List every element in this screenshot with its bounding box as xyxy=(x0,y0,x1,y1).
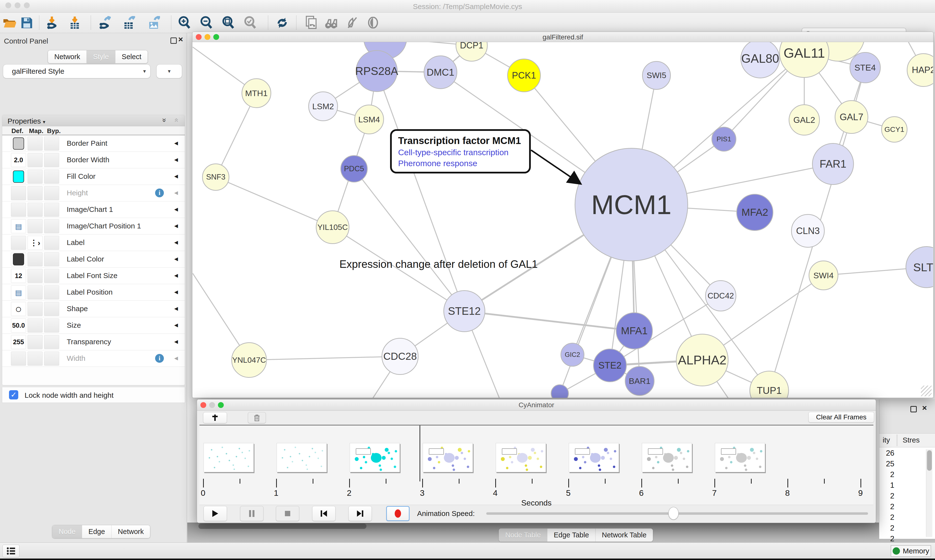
collapse-row-icon[interactable]: ◀ xyxy=(174,157,178,163)
task-history-button[interactable] xyxy=(2,545,20,557)
record-button[interactable] xyxy=(386,506,410,521)
byp-cell[interactable] xyxy=(44,236,59,250)
table-cell[interactable]: 26 xyxy=(879,449,894,458)
network-node-lsm4[interactable]: LSM4 xyxy=(354,105,384,134)
network-node-mth1[interactable]: MTH1 xyxy=(242,78,271,108)
network-window-titlebar[interactable]: galFiltered.sif xyxy=(192,32,933,42)
map-cell[interactable] xyxy=(28,137,43,151)
expand-all-icon[interactable]: » xyxy=(161,118,169,122)
network-node-cln3[interactable]: CLN3 xyxy=(791,214,825,248)
network-node-ste12[interactable]: STE12 xyxy=(443,290,485,332)
def-cell[interactable] xyxy=(11,186,26,200)
byp-cell[interactable] xyxy=(44,302,59,316)
def-cell[interactable] xyxy=(11,236,26,250)
collapse-row-icon[interactable]: ◀ xyxy=(174,256,178,262)
tab-edge[interactable]: Edge xyxy=(82,525,111,538)
pause-button[interactable] xyxy=(240,506,264,521)
tab-network-table[interactable]: Network Table xyxy=(596,529,653,542)
stop-button[interactable] xyxy=(276,506,299,521)
annotation-link-1[interactable]: Cell-type-specific transcription xyxy=(398,148,523,157)
table-cell[interactable]: 1 xyxy=(879,481,894,490)
collapse-row-icon[interactable]: ◀ xyxy=(174,206,178,212)
property-row-label-color[interactable]: Label Color◀ xyxy=(2,251,185,268)
map-cell[interactable]: ⋮› xyxy=(28,236,43,250)
frame-thumbnail-1[interactable] xyxy=(204,443,254,472)
def-cell[interactable]: ▤ xyxy=(11,219,26,233)
export-image-icon[interactable] xyxy=(146,15,161,30)
clear-all-frames-button[interactable]: Clear All Frames xyxy=(808,412,874,423)
playhead[interactable] xyxy=(420,426,420,482)
find-icon[interactable] xyxy=(324,15,339,30)
network-node-yil105c[interactable]: YIL105C xyxy=(316,211,349,244)
add-frame-button[interactable] xyxy=(203,412,227,423)
zoom-in-icon[interactable] xyxy=(177,15,192,30)
network-node-mfa1[interactable]: MFA1 xyxy=(616,312,653,349)
def-cell[interactable]: 255 xyxy=(11,335,26,349)
network-node-gal11[interactable]: GAL11 xyxy=(779,42,829,78)
save-icon[interactable] xyxy=(19,15,34,30)
frame-thumbnail-8[interactable] xyxy=(715,443,765,472)
network-node-ynl047c[interactable]: YNL047C xyxy=(231,342,267,378)
collapse-row-icon[interactable]: ◀ xyxy=(174,289,178,295)
def-cell[interactable] xyxy=(11,203,26,217)
network-node-cdc28[interactable]: CDC28 xyxy=(381,338,418,375)
tab-edge-table[interactable]: Edge Table xyxy=(547,529,596,542)
byp-cell[interactable] xyxy=(44,153,59,167)
collapse-row-icon[interactable]: ◀ xyxy=(174,239,178,245)
network-node-pdc5[interactable]: PDC5 xyxy=(340,155,368,182)
lock-size-checkbox[interactable]: ✓ xyxy=(9,390,18,400)
resize-grip-icon[interactable] xyxy=(921,386,932,396)
table-cell[interactable]: 2 xyxy=(879,513,894,522)
import-network-icon[interactable] xyxy=(44,15,59,30)
table-cell[interactable]: 2 xyxy=(879,470,894,479)
def-cell[interactable] xyxy=(11,252,26,266)
annotation-box[interactable]: Transcription factor MCM1 Cell-type-spec… xyxy=(390,129,531,174)
hide-details-icon[interactable] xyxy=(345,15,360,30)
network-node-swi4[interactable]: SWI4 xyxy=(808,260,838,290)
open-folder-icon[interactable] xyxy=(2,15,17,30)
network-node-mfa2[interactable]: MFA2 xyxy=(736,194,773,231)
zoom-fit-icon[interactable] xyxy=(221,15,236,30)
collapse-row-icon[interactable]: ◀ xyxy=(174,338,178,345)
map-cell[interactable] xyxy=(28,186,43,200)
property-row-fill-color[interactable]: Fill Color◀ xyxy=(2,168,185,185)
horizontal-scrollbar[interactable] xyxy=(199,523,366,529)
info-icon[interactable]: i xyxy=(155,189,164,197)
def-cell[interactable]: 12 xyxy=(11,269,26,283)
frame-thumbnail-4[interactable] xyxy=(423,443,473,472)
def-cell[interactable]: ○ xyxy=(11,302,26,316)
network-canvas[interactable]: RPS28BDCP1RPS28ADMC1PCK1SWI5GAL80GAL11ST… xyxy=(193,42,933,398)
map-cell[interactable] xyxy=(28,302,43,316)
collapse-row-icon[interactable]: ◀ xyxy=(174,322,178,328)
tab-select[interactable]: Select xyxy=(116,50,148,63)
network-node-gal2[interactable]: GAL2 xyxy=(788,105,820,135)
skip-start-button[interactable] xyxy=(312,506,336,521)
network-node-ste2[interactable]: STE2 xyxy=(593,349,627,382)
byp-cell[interactable] xyxy=(44,137,59,151)
byp-cell[interactable] xyxy=(44,335,59,349)
animation-speed-slider[interactable] xyxy=(486,512,868,515)
export-network-icon[interactable] xyxy=(97,15,112,30)
collapse-row-icon[interactable]: ◀ xyxy=(174,173,178,179)
byp-cell[interactable] xyxy=(44,252,59,266)
def-cell[interactable]: ▤ xyxy=(11,285,26,300)
property-row-label[interactable]: ⋮›Label◀ xyxy=(2,234,185,251)
table-cell[interactable]: 25 xyxy=(879,460,894,468)
map-cell[interactable] xyxy=(28,285,43,300)
property-row-size[interactable]: 50.0Size◀ xyxy=(2,317,185,334)
info-icon[interactable]: i xyxy=(155,354,164,363)
zoom-selected-icon[interactable] xyxy=(242,15,258,30)
byp-cell[interactable] xyxy=(44,203,59,217)
collapse-all-icon[interactable]: » xyxy=(172,118,180,122)
annotation-link-2[interactable]: Pheromone response xyxy=(398,158,523,168)
property-row-label-font-size[interactable]: 12Label Font Size◀ xyxy=(2,268,185,284)
network-node-slt2[interactable]: SLT2 xyxy=(906,246,933,288)
def-cell[interactable] xyxy=(11,137,26,151)
timeline[interactable]: Seconds 0123456789 xyxy=(199,425,873,505)
map-cell[interactable] xyxy=(28,219,43,233)
byp-cell[interactable] xyxy=(44,352,59,366)
byp-cell[interactable] xyxy=(44,285,59,300)
def-cell[interactable]: 50.0 xyxy=(11,318,26,332)
property-row-label-position[interactable]: ▤Label Position◀ xyxy=(2,284,185,301)
table-cell[interactable]: 2 xyxy=(879,524,894,532)
